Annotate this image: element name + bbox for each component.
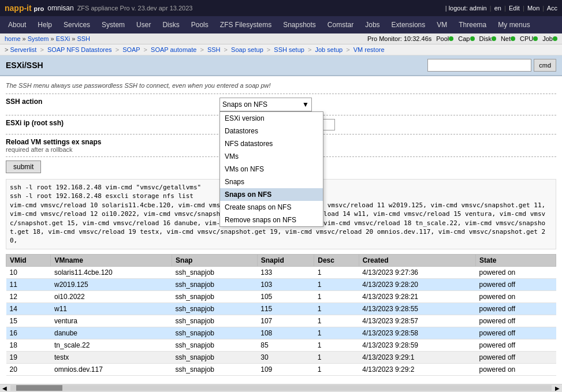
scroll-bar[interactable]: ◀ ▶ <box>0 384 562 392</box>
logout-link[interactable]: logout: admin <box>449 5 487 12</box>
cell-created: 4/13/2023 9:27:36 <box>359 266 475 278</box>
cell-desc: 1 <box>314 339 359 351</box>
cell-vmname: tn_scale.22 <box>51 339 172 351</box>
acc-link[interactable]: Acc <box>547 5 557 12</box>
nav-zfs-filesystems[interactable]: ZFS Filesystems <box>214 17 277 32</box>
page-title: ESXi/SSH <box>6 61 43 70</box>
cell-vmid: 15 <box>6 315 51 327</box>
option-create-snaps-on-nfs[interactable]: Create snaps on NFS <box>220 201 323 214</box>
cell-created: 4/13/2023 9:28:20 <box>359 278 475 290</box>
cmd-input[interactable] <box>427 59 531 72</box>
scroll-thumb[interactable] <box>16 385 62 391</box>
cell-snap: ssh_snapjob <box>172 363 258 375</box>
monitor-cpu: CPU <box>520 35 538 42</box>
nav-jobs[interactable]: Jobs <box>359 17 385 32</box>
submit-button[interactable]: submit <box>6 160 41 173</box>
cell-state: powered on <box>476 266 556 278</box>
cell-snapid: 133 <box>257 266 314 278</box>
nav-threema[interactable]: Threema <box>453 17 492 32</box>
nav-user[interactable]: User <box>131 17 157 32</box>
cell-desc: 1 <box>314 351 359 363</box>
table-row[interactable]: 19testxssh_snapjob3014/13/2023 9:29:1pow… <box>6 351 556 363</box>
logo-suffix: pro <box>34 5 44 12</box>
sub-bc-job-setup[interactable]: Job setup <box>315 46 343 53</box>
option-snaps-on-nfs[interactable]: Snaps on NFS <box>220 188 323 201</box>
cell-snapid: 85 <box>257 339 314 351</box>
option-datastores[interactable]: Datastores <box>220 125 323 137</box>
scroll-track[interactable] <box>10 385 552 391</box>
sub-bc-soap-setup[interactable]: Soap setup <box>231 46 263 53</box>
info-message: The SSH menu always use passwordless SSH… <box>6 82 556 89</box>
nav-about[interactable]: About <box>2 17 32 32</box>
nav-disks[interactable]: Disks <box>157 17 185 32</box>
ssh-action-row: SSH action Snaps on NFS▼ ESXi version Da… <box>6 98 556 111</box>
breadcrumb-ssh[interactable]: SSH <box>77 35 90 42</box>
cmd-button[interactable]: cmd <box>534 59 556 72</box>
monitor-cap: Cap <box>458 35 474 42</box>
cell-created: 4/13/2023 9:29:1 <box>359 351 475 363</box>
sub-bc-soap-automate[interactable]: SOAP automate <box>151 46 196 53</box>
ssh-action-dropdown-container: Snaps on NFS▼ ESXi version Datastores NF… <box>219 98 312 111</box>
option-esxi-version[interactable]: ESXi version <box>220 112 323 125</box>
cell-vmid: 14 <box>6 303 51 315</box>
cell-state: powered off <box>476 315 556 327</box>
nav-help[interactable]: Help <box>32 17 58 32</box>
nav-snapshots[interactable]: Snapshots <box>277 17 322 32</box>
version-text: ZFS appliance Pro v. 23.dev apr 13.2023 <box>77 5 445 12</box>
cell-vmid: 20 <box>6 363 51 375</box>
scroll-left-arrow[interactable]: ◀ <box>0 385 9 391</box>
sub-bc-ssh-setup[interactable]: SSH setup <box>274 46 304 53</box>
option-nfs-datastores[interactable]: NFS datastores <box>220 137 323 150</box>
table-row[interactable]: 10solaris11.4cbe.120ssh_snapjob13314/13/… <box>6 266 556 278</box>
breadcrumb: home » System » ESXi » SSH <box>5 35 90 42</box>
option-remove-snaps-on-nfs[interactable]: Remove snaps on NFS <box>220 214 323 226</box>
nav-mymenus[interactable]: My menus <box>492 17 535 32</box>
nav-extensions[interactable]: Extensions <box>386 17 431 32</box>
table-row[interactable]: 18tn_scale.22ssh_snapjob8514/13/2023 9:2… <box>6 339 556 351</box>
cell-created: 4/13/2023 9:28:57 <box>359 315 475 327</box>
col-vmid: VMid <box>6 254 51 266</box>
ssh-action-label: SSH action <box>6 98 214 106</box>
nav-comstar[interactable]: Comstar <box>322 17 359 32</box>
cell-state: powered off <box>476 327 556 339</box>
table-row[interactable]: 16danubessh_snapjob10814/13/2023 9:28:58… <box>6 327 556 339</box>
table-row[interactable]: 11w2019.125ssh_snapjob10314/13/2023 9:28… <box>6 278 556 290</box>
lang-link[interactable]: en <box>494 5 501 12</box>
sub-bc-ssh[interactable]: SSH <box>207 46 221 53</box>
cell-vmname: w2019.125 <box>51 278 172 290</box>
breadcrumb-system[interactable]: System <box>28 35 49 42</box>
main-content: The SSH menu always use passwordless SSH… <box>0 76 562 382</box>
sub-bc-soap-nfs[interactable]: SOAP NFS Datastores <box>47 46 112 53</box>
breadcrumb-home[interactable]: home <box>5 35 21 42</box>
monitor-net: Net <box>501 35 515 42</box>
hostname: omnisan <box>47 4 73 12</box>
option-snaps[interactable]: Snaps <box>220 176 323 188</box>
cell-state: powered off <box>476 339 556 351</box>
nav-pools[interactable]: Pools <box>185 17 214 32</box>
option-vms[interactable]: VMs <box>220 150 323 163</box>
table-row[interactable]: 12oi10.2022ssh_snapjob10514/13/2023 9:28… <box>6 290 556 303</box>
cell-desc: 1 <box>314 315 359 327</box>
cell-vmid: 11 <box>6 278 51 290</box>
option-vms-on-nfs[interactable]: VMs on NFS <box>220 163 323 176</box>
scroll-right-arrow[interactable]: ▶ <box>553 385 562 391</box>
breadcrumb-esxi[interactable]: ESXi <box>56 35 70 42</box>
table-row[interactable]: 20omnios.dev.117ssh_snapjob10914/13/2023… <box>6 363 556 375</box>
nav-vm[interactable]: VM <box>431 17 453 32</box>
cell-created: 4/13/2023 9:29:2 <box>359 363 475 375</box>
cell-vmname: oi10.2022 <box>51 290 172 303</box>
ssh-action-fake-select[interactable]: Snaps on NFS▼ <box>219 98 312 111</box>
reload-vm-sub: required after a rollback <box>6 146 214 153</box>
mon-link[interactable]: Mon <box>527 5 539 12</box>
sub-bc-serverlist[interactable]: Serverlist <box>10 46 36 53</box>
table-row[interactable]: 15venturassh_snapjob10714/13/2023 9:28:5… <box>6 315 556 327</box>
cell-vmname: omnios.dev.117 <box>51 363 172 375</box>
sub-bc-soap[interactable]: SOAP <box>122 46 140 53</box>
table-row[interactable]: 14w11ssh_snapjob11514/13/2023 9:28:55pow… <box>6 303 556 315</box>
cell-snapid: 109 <box>257 363 314 375</box>
edit-link[interactable]: Edit <box>509 5 520 12</box>
nav-bar: About Help Services System User Disks Po… <box>0 16 562 33</box>
sub-bc-vm-restore[interactable]: VM restore <box>353 46 385 53</box>
nav-services[interactable]: Services <box>58 17 96 32</box>
nav-system[interactable]: System <box>96 17 131 32</box>
